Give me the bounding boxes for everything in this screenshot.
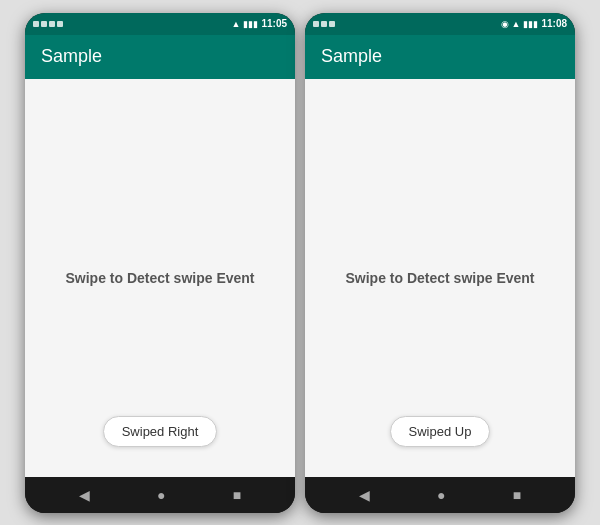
notif-icon-3 <box>49 21 55 27</box>
notif-icon-7 <box>329 21 335 27</box>
swipe-badge-2: Swiped Up <box>390 416 491 447</box>
swipe-badge-1: Swiped Right <box>103 416 218 447</box>
app-bar-2: Sample <box>305 35 575 79</box>
notif-icon-1 <box>33 21 39 27</box>
recents-button-2[interactable]: ■ <box>513 487 521 503</box>
phone-2: ◉ ▲ ▮▮▮ 11:08 Sample Swipe to Detect swi… <box>305 13 575 513</box>
battery-icon-1: ▮▮▮ <box>243 19 258 29</box>
status-bar-right-1: ▲ ▮▮▮ 11:05 <box>232 18 288 29</box>
notif-icon-6 <box>321 21 327 27</box>
notif-icon-4 <box>57 21 63 27</box>
status-bar-1: ▲ ▮▮▮ 11:05 <box>25 13 295 35</box>
nav-bar-1: ◀ ● ■ <box>25 477 295 513</box>
home-button-1[interactable]: ● <box>157 487 165 503</box>
status-time-1: 11:05 <box>261 18 287 29</box>
battery-icon-2: ▮▮▮ <box>523 19 538 29</box>
notification-icons-1 <box>33 21 63 27</box>
back-button-1[interactable]: ◀ <box>79 487 90 503</box>
wifi-icon-2: ▲ <box>512 19 521 29</box>
status-bar-left-1 <box>33 21 63 27</box>
location-icon-2: ◉ <box>501 19 509 29</box>
status-bar-right-2: ◉ ▲ ▮▮▮ 11:08 <box>501 18 568 29</box>
app-title-2: Sample <box>321 46 382 67</box>
status-bar-left-2 <box>313 21 335 27</box>
swipe-badge-text-1: Swiped Right <box>122 424 199 439</box>
app-title-1: Sample <box>41 46 102 67</box>
home-button-2[interactable]: ● <box>437 487 445 503</box>
wifi-icon-1: ▲ <box>232 19 241 29</box>
screen-content-1[interactable]: Swipe to Detect swipe Event Swiped Right <box>25 79 295 477</box>
swipe-badge-text-2: Swiped Up <box>409 424 472 439</box>
recents-button-1[interactable]: ■ <box>233 487 241 503</box>
nav-bar-2: ◀ ● ■ <box>305 477 575 513</box>
back-button-2[interactable]: ◀ <box>359 487 370 503</box>
notification-icons-2 <box>313 21 335 27</box>
phone-1: ▲ ▮▮▮ 11:05 Sample Swipe to Detect swipe… <box>25 13 295 513</box>
screen-content-2[interactable]: Swipe to Detect swipe Event Swiped Up <box>305 79 575 477</box>
notif-icon-5 <box>313 21 319 27</box>
swipe-prompt-1: Swipe to Detect swipe Event <box>45 270 274 286</box>
notif-icon-2 <box>41 21 47 27</box>
app-bar-1: Sample <box>25 35 295 79</box>
status-bar-2: ◉ ▲ ▮▮▮ 11:08 <box>305 13 575 35</box>
swipe-prompt-2: Swipe to Detect swipe Event <box>325 270 554 286</box>
status-time-2: 11:08 <box>541 18 567 29</box>
